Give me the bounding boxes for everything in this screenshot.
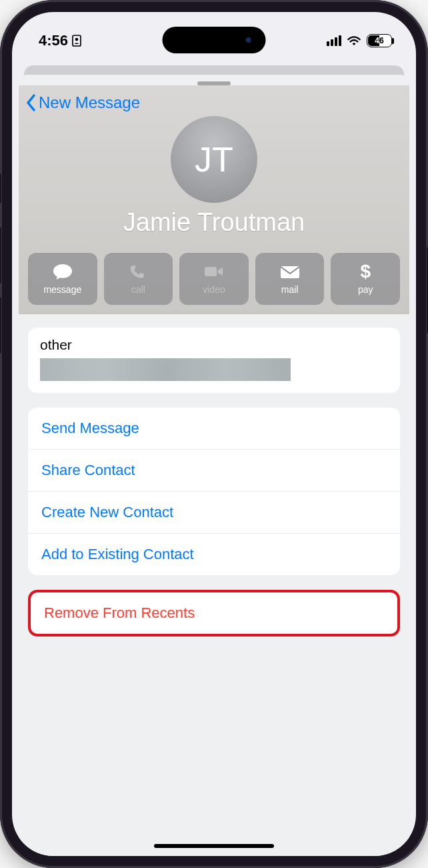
- call-button[interactable]: call: [104, 253, 173, 305]
- back-button[interactable]: New Message: [19, 88, 409, 116]
- message-icon: [51, 263, 74, 280]
- phone-frame: 4:56 46: [0, 0, 428, 868]
- message-button[interactable]: message: [28, 253, 97, 305]
- contact-header: New Message JT Jamie Troutman message: [19, 85, 409, 314]
- pay-button[interactable]: $ pay: [331, 253, 400, 305]
- video-label: video: [203, 284, 225, 295]
- contact-card-icon: [72, 35, 81, 47]
- signal-icon: [327, 35, 341, 46]
- dynamic-island: [163, 27, 266, 53]
- camera-dot: [246, 37, 251, 43]
- mail-icon: [279, 263, 301, 280]
- dollar-icon: $: [360, 261, 371, 282]
- other-card[interactable]: other: [28, 328, 400, 393]
- wifi-icon: [347, 35, 361, 46]
- pay-icon: $: [354, 263, 377, 280]
- svg-rect-3: [281, 266, 299, 278]
- modal-sheet: New Message JT Jamie Troutman message: [19, 75, 409, 856]
- remove-from-recents-button[interactable]: Remove From Recents: [28, 590, 400, 636]
- screen: 4:56 46: [12, 12, 416, 856]
- mail-label: mail: [281, 284, 299, 295]
- phone-icon: [127, 263, 149, 280]
- side-button: [0, 227, 1, 284]
- avatar-initials: JT: [195, 139, 233, 179]
- back-label: New Message: [39, 93, 140, 112]
- content-area: other Send Message Share Contact Create …: [19, 314, 409, 636]
- chevron-left-icon: [25, 93, 37, 112]
- svg-point-1: [75, 38, 79, 41]
- home-indicator[interactable]: [154, 844, 274, 848]
- svg-rect-2: [205, 267, 217, 276]
- send-message-option[interactable]: Send Message: [28, 408, 400, 449]
- side-button: [0, 297, 1, 354]
- create-new-contact-option[interactable]: Create New Contact: [28, 491, 400, 533]
- status-time: 4:56: [39, 32, 68, 49]
- call-label: call: [131, 284, 145, 295]
- action-row: message call video: [19, 253, 409, 305]
- avatar[interactable]: JT: [171, 116, 257, 203]
- add-existing-contact-option[interactable]: Add to Existing Contact: [28, 533, 400, 575]
- battery-icon: 46: [367, 34, 392, 47]
- mail-button[interactable]: mail: [255, 253, 325, 305]
- battery-percent: 46: [375, 36, 383, 45]
- share-contact-option[interactable]: Share Contact: [28, 449, 400, 491]
- contact-name: Jamie Troutman: [19, 208, 409, 237]
- options-card: Send Message Share Contact Create New Co…: [28, 408, 400, 575]
- video-button[interactable]: video: [179, 253, 249, 305]
- other-label: other: [40, 337, 388, 353]
- side-button: [0, 173, 1, 203]
- message-label: message: [43, 284, 81, 295]
- video-icon: [203, 263, 225, 280]
- pay-label: pay: [358, 284, 373, 295]
- redacted-contact-value: [40, 358, 291, 381]
